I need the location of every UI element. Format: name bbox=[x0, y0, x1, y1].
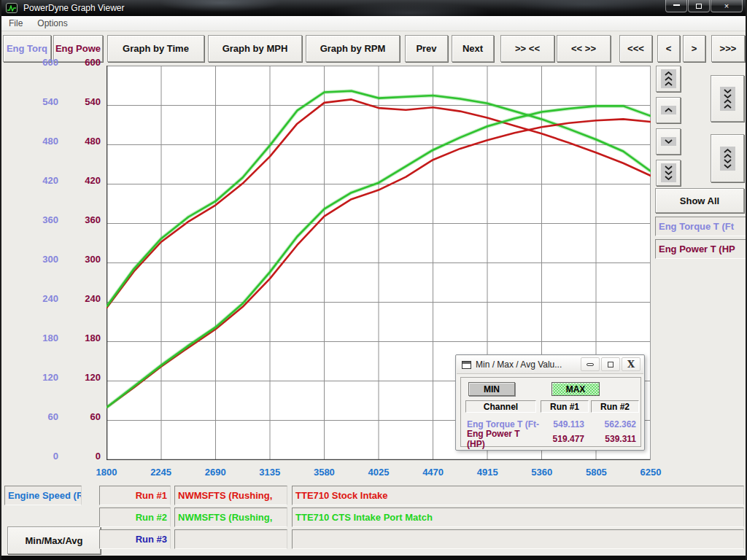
run-file-2: NWMSFTS (Rushing, bbox=[174, 508, 287, 527]
minmax-header-run-1: Run #1 bbox=[541, 400, 589, 413]
menu-bar: File Options bbox=[1, 16, 747, 31]
y-tick-torque-300: 300 bbox=[23, 254, 58, 265]
y-tick-power-60: 60 bbox=[66, 411, 101, 423]
min-toggle-button[interactable]: MIN bbox=[468, 382, 515, 396]
minmax-title: Min / Max / Avg Valu... bbox=[476, 359, 562, 370]
button-scroll-up[interactable] bbox=[656, 97, 681, 123]
y-tick-torque-540: 540 bbox=[23, 96, 58, 108]
menu-file[interactable]: File bbox=[1, 18, 30, 28]
x-tick-4470: 4470 bbox=[411, 467, 456, 478]
toolbar-button-sync-out[interactable]: << >> bbox=[557, 35, 611, 62]
minmax-close-icon[interactable]: X bbox=[622, 357, 640, 371]
run-comment-1: TTE710 Stock Intake bbox=[292, 486, 744, 505]
minmax-row-run2-value: 562.362 bbox=[591, 419, 636, 429]
minmax-row-run1-value: 519.477 bbox=[541, 433, 584, 444]
toolbar-button-graph-by-mph[interactable]: Graph by MPH bbox=[208, 35, 302, 62]
y-tick-torque-60: 60 bbox=[23, 411, 58, 423]
run-label-2: Run #2 bbox=[99, 508, 171, 527]
y-tick-torque-420: 420 bbox=[23, 175, 58, 187]
button-zoom-in-vertical[interactable] bbox=[711, 75, 744, 122]
y-tick-torque-240: 240 bbox=[23, 293, 58, 305]
x-tick-1800: 1800 bbox=[84, 467, 129, 478]
run-comment-3 bbox=[292, 529, 744, 549]
show-all-button[interactable]: Show All bbox=[655, 188, 744, 213]
x-tick-2690: 2690 bbox=[193, 467, 238, 478]
toolbar-button-back[interactable]: < bbox=[657, 35, 680, 62]
toolbar-button-prev[interactable]: Prev bbox=[405, 35, 448, 62]
minmax-avg-button[interactable]: Min/Max/Avg bbox=[7, 526, 101, 554]
y-tick-power-180: 180 bbox=[66, 332, 101, 344]
toolbar-button-sync-in[interactable]: >> << bbox=[500, 35, 554, 62]
y-tick-torque-180: 180 bbox=[23, 332, 58, 344]
minmax-restore-icon[interactable] bbox=[601, 357, 620, 371]
x-tick-4025: 4025 bbox=[356, 467, 401, 478]
run-comment-2: TTE710 CTS Intake Port Match bbox=[292, 508, 744, 527]
minmax-window-icon bbox=[462, 361, 471, 369]
y-tick-torque-120: 120 bbox=[23, 372, 58, 384]
minmax-row-channel: Eng Power T (HP) bbox=[467, 433, 540, 444]
app-icon bbox=[6, 3, 18, 13]
channel-box-power: Eng Power T (HP bbox=[655, 239, 747, 259]
close-button[interactable]: × bbox=[711, 0, 743, 12]
y-tick-power-240: 240 bbox=[66, 293, 101, 305]
button-scroll-down[interactable] bbox=[656, 128, 681, 155]
minmax-row-run2-value: 539.311 bbox=[591, 433, 636, 444]
maximize-button[interactable] bbox=[688, 0, 710, 12]
x-tick-2245: 2245 bbox=[139, 467, 184, 478]
toolbar-button-graph-by-rpm[interactable]: Graph by RPM bbox=[306, 35, 400, 62]
run-file-1: NWMSFTS (Rushing, bbox=[174, 486, 287, 505]
toolbar-button-first[interactable]: <<< bbox=[619, 35, 652, 62]
y-tick-torque-480: 480 bbox=[23, 136, 58, 147]
scroll-up-icon bbox=[661, 106, 676, 114]
toolbar-button-graph-by-time[interactable]: Graph by Time bbox=[107, 35, 204, 62]
zoom-out-vertical-icon bbox=[720, 147, 735, 171]
x-tick-3580: 3580 bbox=[301, 467, 347, 478]
toolbar-button-last[interactable]: >>> bbox=[711, 35, 745, 62]
y-tick-power-300: 300 bbox=[66, 254, 101, 265]
toolbar-button-forward[interactable]: > bbox=[683, 35, 705, 62]
y-tick-power-120: 120 bbox=[66, 372, 101, 384]
minmax-row-run1-value: 549.113 bbox=[541, 419, 584, 429]
button-scroll-up-fast[interactable] bbox=[656, 66, 681, 92]
minmax-window: Min / Max / Avg Valu... X MIN MAX Channe… bbox=[455, 354, 645, 451]
y-tick-power-600: 600 bbox=[66, 57, 101, 69]
y-tick-power-0: 0 bbox=[66, 451, 101, 462]
zoom-in-vertical-icon bbox=[720, 87, 735, 111]
minmax-header-run-2: Run #2 bbox=[591, 400, 639, 413]
y-tick-power-480: 480 bbox=[66, 136, 101, 147]
minmax-body: MIN MAX ChannelRun #1Run #2Eng Torque T … bbox=[460, 377, 641, 447]
y-tick-power-420: 420 bbox=[66, 175, 101, 187]
y-tick-power-540: 540 bbox=[66, 96, 101, 108]
title-bar: PowerDyne Graph Viewer × bbox=[1, 0, 747, 16]
x-tick-4915: 4915 bbox=[465, 467, 510, 478]
run-file-3 bbox=[174, 529, 287, 549]
window-frame-bottom bbox=[1, 556, 747, 560]
scroll-up-fast-icon bbox=[661, 69, 676, 88]
x-tick-5360: 5360 bbox=[519, 467, 565, 478]
y-tick-torque-360: 360 bbox=[23, 214, 58, 226]
max-toggle-button[interactable]: MAX bbox=[551, 382, 600, 396]
button-scroll-down-fast[interactable] bbox=[656, 160, 681, 186]
run-label-3: Run #3 bbox=[99, 529, 171, 549]
x-tick-6250: 6250 bbox=[628, 467, 673, 478]
y-tick-power-360: 360 bbox=[66, 214, 101, 226]
scroll-down-fast-icon bbox=[661, 163, 676, 182]
y-tick-torque-600: 600 bbox=[23, 57, 58, 69]
x-tick-5805: 5805 bbox=[573, 467, 619, 478]
minimize-button[interactable] bbox=[665, 0, 687, 12]
channel-box-torque: Eng Torque T (Ft bbox=[655, 217, 747, 236]
menu-options[interactable]: Options bbox=[30, 18, 74, 28]
minmax-titlebar[interactable]: Min / Max / Avg Valu... X bbox=[457, 356, 643, 374]
toolbar-button-next[interactable]: Next bbox=[452, 35, 494, 62]
button-zoom-out-vertical[interactable] bbox=[711, 134, 744, 182]
run-label-1: Run #1 bbox=[99, 486, 171, 505]
x-tick-3135: 3135 bbox=[247, 467, 293, 478]
y-tick-torque-0: 0 bbox=[23, 451, 58, 462]
minmax-minimize-icon[interactable] bbox=[581, 357, 600, 371]
x-axis-channel-box: Engine Speed (RI bbox=[4, 486, 82, 505]
minmax-header-channel: Channel bbox=[465, 400, 536, 413]
scroll-down-icon bbox=[661, 137, 676, 146]
window-title: PowerDyne Graph Viewer bbox=[23, 3, 125, 13]
